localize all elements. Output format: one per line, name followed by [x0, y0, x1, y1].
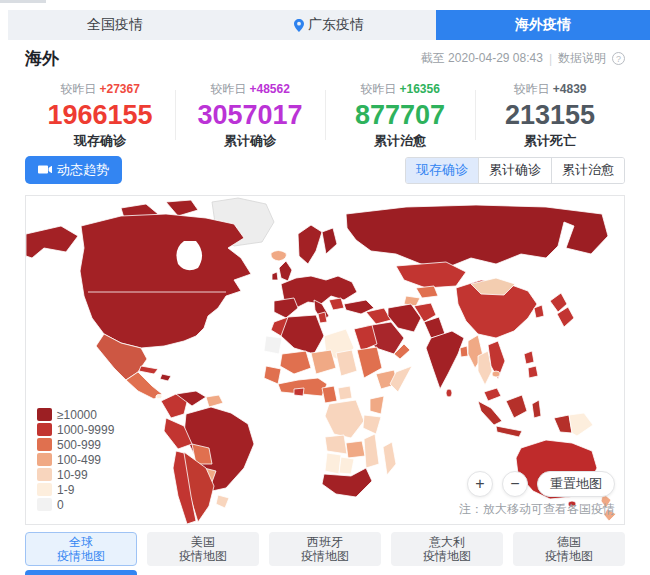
compare-label: 较昨日 — [210, 82, 246, 96]
stat-value: 877707 — [325, 99, 475, 131]
legend-swatch — [37, 423, 52, 436]
zoom-out-button[interactable]: − — [502, 471, 528, 497]
page-header: 海外 截至 2020-04-29 08:43 | 数据说明 ? — [25, 47, 625, 70]
tab-guangdong-label: 广东疫情 — [308, 16, 364, 34]
map-controls: + − 重置地图 — [467, 471, 615, 497]
browser-edge-fragment — [0, 0, 46, 3]
stat-label: 现存确诊 — [25, 132, 175, 150]
legend-item: 500-999 — [37, 437, 114, 452]
legend-swatch — [37, 438, 52, 451]
legend-item: ≥10000 — [37, 407, 114, 422]
maptab-suffix: 疫情地图 — [423, 549, 471, 563]
tab-overseas-label: 海外疫情 — [515, 16, 571, 34]
maptab-region: 全球 — [69, 535, 93, 549]
legend-item: 10-99 — [37, 467, 114, 482]
legend-item: 100-499 — [37, 452, 114, 467]
tab-overseas[interactable]: 海外疫情 — [436, 10, 650, 40]
location-pin-icon — [294, 19, 304, 32]
page-title: 海外 — [25, 47, 59, 70]
delta-value: +16356 — [399, 82, 439, 96]
dynamic-trend-label: 动态趋势 — [57, 161, 109, 179]
metric-cumulative-confirmed[interactable]: 累计确诊 — [478, 158, 551, 183]
stat-cumulative-cured: 较昨日 +16356 877707 累计治愈 — [325, 76, 475, 150]
map-hint-note: 注：放大移动可查看各国疫情 — [459, 501, 615, 518]
stat-value: 1966155 — [25, 99, 175, 131]
maptab-usa[interactable]: 美国 疫情地图 — [147, 532, 259, 566]
maptab-spain[interactable]: 西班牙 疫情地图 — [269, 532, 381, 566]
help-icon[interactable]: ? — [612, 52, 625, 65]
compare-label: 较昨日 — [513, 82, 549, 96]
legend-swatch — [37, 468, 52, 481]
tab-national-label: 全国疫情 — [87, 16, 143, 34]
legend-item: 1-9 — [37, 482, 114, 497]
legend-item: 1000-9999 — [37, 422, 114, 437]
maptab-italy[interactable]: 意大利 疫情地图 — [391, 532, 503, 566]
maptab-germany[interactable]: 德国 疫情地图 — [513, 532, 625, 566]
tab-guangdong[interactable]: 广东疫情 — [222, 10, 436, 40]
legend-item: 0 — [37, 497, 114, 512]
map-legend: ≥10000 1000-9999 500-999 100-499 10-99 1… — [37, 407, 114, 512]
as-of-timestamp: 截至 2020-04-29 08:43 — [421, 50, 543, 67]
delta-value: +48562 — [249, 82, 289, 96]
stat-label: 累计死亡 — [475, 132, 625, 150]
stats-row: 较昨日 +27367 1966155 现存确诊 较昨日 +48562 30570… — [25, 76, 625, 150]
maptab-suffix: 疫情地图 — [57, 549, 105, 563]
maptab-global[interactable]: 全球 疫情地图 — [25, 532, 137, 566]
maptab-suffix: 疫情地图 — [301, 549, 349, 563]
maptab-region: 美国 — [191, 535, 215, 549]
stat-cumulative-deaths: 较昨日 +4839 213155 累计死亡 — [475, 76, 625, 150]
stat-value: 213155 — [475, 99, 625, 131]
stat-existing-confirmed: 较昨日 +27367 1966155 现存确诊 — [25, 76, 175, 150]
zoom-in-button[interactable]: + — [467, 471, 493, 497]
metric-cumulative-cured[interactable]: 累计治愈 — [551, 158, 624, 183]
world-map-panel: ≥10000 1000-9999 500-999 100-499 10-99 1… — [25, 195, 625, 525]
metric-toggle: 现存确诊 累计确诊 累计治愈 — [405, 157, 625, 184]
video-camera-icon — [38, 163, 52, 178]
dynamic-trend-button[interactable]: 动态趋势 — [25, 156, 122, 184]
data-note-link[interactable]: 数据说明 — [558, 50, 606, 67]
legend-swatch — [37, 453, 52, 466]
legend-swatch — [37, 483, 52, 496]
reset-map-button[interactable]: 重置地图 — [537, 471, 615, 497]
maptab-suffix: 疫情地图 — [179, 549, 227, 563]
tab-national[interactable]: 全国疫情 — [8, 10, 222, 40]
header-meta: 截至 2020-04-29 08:43 | 数据说明 ? — [421, 47, 625, 67]
delta-value: +4839 — [553, 82, 587, 96]
maptab-region: 意大利 — [429, 535, 465, 549]
compare-label: 较昨日 — [360, 82, 396, 96]
stat-value: 3057017 — [175, 99, 325, 131]
delta-value: +27367 — [99, 82, 139, 96]
maptab-suffix: 疫情地图 — [545, 549, 593, 563]
maptab-region: 西班牙 — [307, 535, 343, 549]
bottom-map-tabs: 全球 疫情地图 美国 疫情地图 西班牙 疫情地图 意大利 疫情地图 德国 疫情地… — [25, 532, 625, 566]
top-tab-bar: 全国疫情 广东疫情 海外疫情 — [8, 10, 650, 40]
meta-divider: | — [549, 52, 552, 66]
metric-existing-confirmed[interactable]: 现存确诊 — [406, 158, 478, 183]
cutoff-blue-button[interactable] — [25, 570, 137, 575]
legend-swatch — [37, 498, 52, 511]
compare-label: 较昨日 — [60, 82, 96, 96]
stat-label: 累计治愈 — [325, 132, 475, 150]
stat-cumulative-confirmed: 较昨日 +48562 3057017 累计确诊 — [175, 76, 325, 150]
actions-row: 动态趋势 现存确诊 累计确诊 累计治愈 — [25, 156, 625, 184]
maptab-region: 德国 — [557, 535, 581, 549]
legend-swatch — [37, 408, 52, 421]
stat-label: 累计确诊 — [175, 132, 325, 150]
